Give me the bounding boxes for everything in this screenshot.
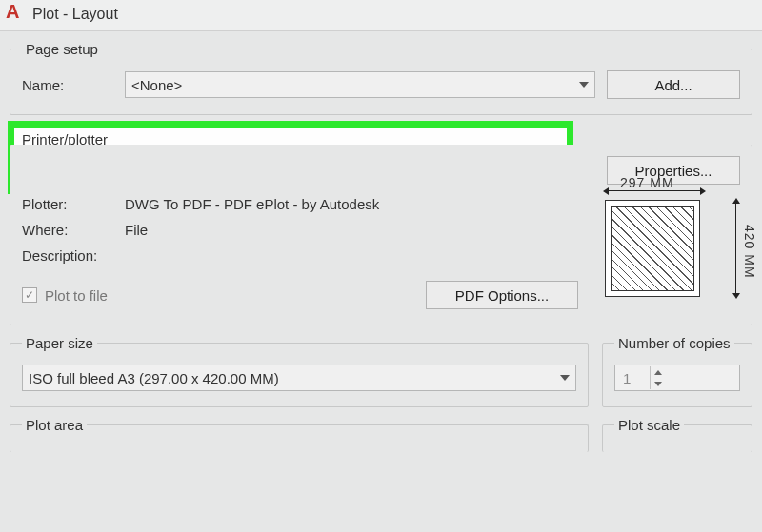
chevron-down-icon xyxy=(579,82,589,88)
page-setup-legend: Page setup xyxy=(22,41,102,57)
plot-area-legend: Plot area xyxy=(22,417,87,433)
pdf-options-button[interactable]: PDF Options... xyxy=(426,281,578,309)
plotter-value: DWG To PDF - PDF ePlot - by Autodesk xyxy=(125,196,379,212)
page-setup-group: Page setup Name: <None> Add... xyxy=(10,41,752,115)
plot-to-file-label: Plot to file xyxy=(45,287,108,304)
chevron-down-icon xyxy=(560,375,570,381)
page-setup-name-row: Name: <None> Add... xyxy=(22,70,740,99)
dialog-body: Page setup Name: <None> Add... Printer/p… xyxy=(0,31,762,458)
window-title: Plot - Layout xyxy=(32,6,118,23)
paper-size-dropdown[interactable]: ISO full bleed A3 (297.00 x 420.00 MM) xyxy=(22,365,576,391)
plot-area-group: Plot area xyxy=(10,417,589,452)
plot-scale-legend: Plot scale xyxy=(614,417,684,433)
dimension-arrow-icon xyxy=(607,190,702,191)
paper-size-value: ISO full bleed A3 (297.00 x 420.00 MM) xyxy=(29,370,279,386)
description-label: Description: xyxy=(22,247,113,264)
page-setup-name-value: <None> xyxy=(131,77,182,93)
chevron-down-icon xyxy=(654,382,662,386)
autocad-logo-icon xyxy=(10,6,27,23)
paper-preview: 297 MM 420 MM xyxy=(599,196,723,301)
paper-size-legend: Paper size xyxy=(22,335,97,351)
printer-plotter-group: Properties... Plotter: DWG To PDF - PDF … xyxy=(10,145,752,325)
preview-height-label: 420 MM xyxy=(742,225,757,279)
page-setup-name-label: Name: xyxy=(22,77,113,93)
preview-width-label: 297 MM xyxy=(620,175,674,190)
plot-to-file-checkbox[interactable]: ✓ Plot to file xyxy=(22,287,108,304)
where-value: File xyxy=(125,222,148,238)
spinner-up-button[interactable] xyxy=(651,366,666,378)
titlebar: Plot - Layout xyxy=(0,0,762,31)
copies-spinner[interactable]: 1 xyxy=(614,365,740,391)
where-label: Where: xyxy=(22,222,113,238)
chevron-up-icon xyxy=(654,370,662,375)
copies-value: 1 xyxy=(615,370,650,386)
spinner-down-button[interactable] xyxy=(651,378,666,389)
printable-area-icon xyxy=(611,206,694,291)
copies-legend: Number of copies xyxy=(614,335,734,351)
dimension-arrow-icon xyxy=(735,202,736,295)
plotter-label: Plotter: xyxy=(22,196,113,212)
page-setup-name-dropdown[interactable]: <None> xyxy=(125,71,595,98)
copies-group: Number of copies 1 xyxy=(602,335,752,407)
add-page-setup-button[interactable]: Add... xyxy=(607,70,740,99)
plot-scale-group: Plot scale xyxy=(602,417,752,452)
paper-size-group: Paper size ISO full bleed A3 (297.00 x 4… xyxy=(10,335,589,407)
checkmark-icon: ✓ xyxy=(22,287,37,303)
